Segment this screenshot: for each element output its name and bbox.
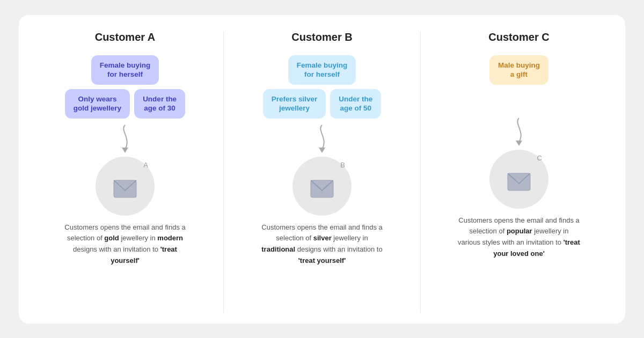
customer-c-description: Customers opens the email and finds a se…: [457, 215, 581, 260]
customer-a-tags: Female buyingfor herself Only wearsgold …: [35, 55, 215, 119]
tag-a-bottom-right: Under theage of 30: [134, 89, 185, 119]
svg-marker-0: [122, 148, 128, 153]
svg-marker-4: [516, 141, 522, 146]
customer-b-avatar: B: [292, 157, 352, 216]
customer-c-title: Customer C: [488, 31, 549, 43]
tag-c-top: Male buyinga gift: [489, 55, 548, 85]
tag-a-top: Female buyingfor herself: [91, 55, 159, 85]
customer-c-avatar: C: [489, 150, 548, 209]
tag-b-bottom-left: Prefers silverjewellery: [263, 89, 326, 119]
customer-c-arrow-area: [503, 115, 535, 148]
customer-a-description: Customers opens the email and finds a se…: [63, 222, 187, 267]
divider-bc: [420, 31, 421, 313]
customer-a-arrow-icon: [109, 122, 141, 155]
customer-a-label: A: [143, 161, 148, 169]
customer-c-col: Customer C Male buyinga gift C Customers…: [423, 31, 614, 313]
customer-a-arrow-area: [109, 122, 141, 155]
customer-c-arrow-icon: [503, 115, 535, 148]
svg-marker-2: [319, 148, 325, 153]
customer-b-col: Customer B Female buyingfor herself Pref…: [226, 31, 418, 313]
tag-b-bottom-right: Under theage of 50: [330, 89, 381, 119]
customer-a-avatar: A: [96, 157, 155, 216]
customer-b-description: Customers opens the email and finds a se…: [260, 222, 384, 267]
customer-a-envelope-icon: [113, 180, 137, 198]
customer-b-tags: Female buyingfor herself Prefers silverj…: [232, 55, 412, 119]
tag-b-top: Female buyingfor herself: [288, 55, 356, 85]
customer-b-envelope-icon: [310, 180, 334, 198]
tag-a-bottom-left: Only wearsgold jewellery: [65, 89, 130, 119]
customer-b-arrow-area: [306, 122, 338, 155]
customer-a-col: Customer A Female buyingfor herself Only…: [30, 31, 221, 313]
divider-ab: [223, 31, 224, 313]
main-card: Customer A Female buyingfor herself Only…: [19, 15, 625, 324]
customer-b-label: B: [340, 161, 345, 169]
customer-a-title: Customer A: [95, 31, 156, 43]
customer-c-envelope-icon: [507, 173, 531, 191]
customer-c-label: C: [537, 154, 542, 162]
customer-b-title: Customer B: [291, 31, 352, 43]
customer-b-arrow-icon: [306, 122, 338, 155]
customer-c-tags: Male buyinga gift: [429, 55, 609, 85]
